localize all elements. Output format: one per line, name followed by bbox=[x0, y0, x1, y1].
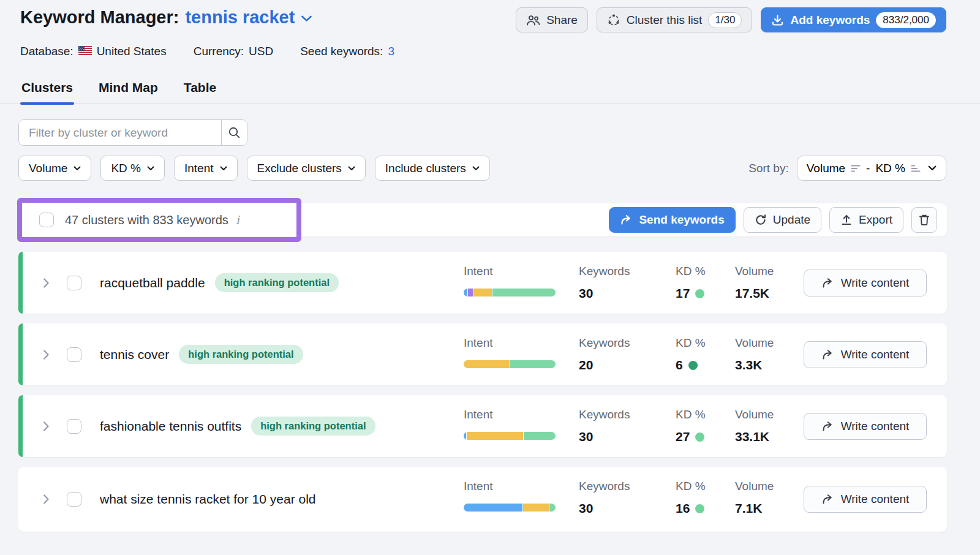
write-content-arrow-icon bbox=[821, 421, 834, 432]
tab-mind-map[interactable]: Mind Map bbox=[97, 75, 159, 104]
summary-bar: 47 clusters with 833 keywords i Send key… bbox=[18, 203, 947, 236]
kd-value: 17 bbox=[676, 286, 690, 301]
cluster-this-list-label: Cluster this list bbox=[627, 13, 703, 27]
intent-segment-transactional bbox=[492, 289, 556, 296]
write-content-button[interactable]: Write content bbox=[804, 341, 927, 368]
add-keywords-button[interactable]: Add keywords 833/2,000 bbox=[761, 7, 946, 32]
filter-dropdowns-row: Volume KD % Intent Exclude clusters Incl… bbox=[18, 156, 980, 181]
cluster-checkbox[interactable] bbox=[67, 347, 81, 362]
high-ranking-potential-badge: high ranking potential bbox=[215, 273, 339, 292]
expand-chevron-right-icon[interactable] bbox=[43, 278, 50, 289]
share-button-label: Share bbox=[546, 13, 578, 27]
us-flag-icon bbox=[78, 45, 92, 58]
kd-column-label: KD % bbox=[676, 336, 706, 350]
cluster-checkbox[interactable] bbox=[67, 492, 81, 507]
kd-column-label: KD % bbox=[676, 408, 706, 421]
chevron-down-icon[interactable] bbox=[301, 12, 312, 23]
cluster-name[interactable]: racquetball paddle bbox=[100, 276, 205, 290]
update-label: Update bbox=[773, 213, 810, 227]
page-title-prefix: Keyword Manager: bbox=[20, 7, 179, 28]
kd-difficulty-dot bbox=[695, 504, 704, 513]
send-arrow-icon bbox=[620, 214, 633, 225]
intent-segment-transactional bbox=[524, 432, 556, 440]
intent-segment-commercial bbox=[474, 289, 492, 296]
sort-ascending-icon bbox=[911, 164, 921, 173]
volume-column-label: Volume bbox=[735, 265, 774, 278]
database-label: Database: bbox=[20, 45, 74, 58]
write-content-button[interactable]: Write content bbox=[804, 270, 927, 296]
write-content-button[interactable]: Write content bbox=[804, 486, 927, 513]
filter-kd-dropdown[interactable]: KD % bbox=[100, 156, 165, 181]
cluster-this-list-button[interactable]: Cluster this list 1/30 bbox=[597, 7, 753, 32]
cluster-name[interactable]: what size tennis racket for 10 year old bbox=[100, 492, 316, 507]
write-content-arrow-icon bbox=[821, 278, 834, 289]
kd-difficulty-dot bbox=[695, 289, 704, 298]
expand-chevron-right-icon[interactable] bbox=[43, 421, 50, 432]
keywords-count: 30 bbox=[579, 501, 630, 516]
currency-label: Currency: bbox=[194, 45, 244, 58]
seed-keywords-label: Seed keywords: bbox=[300, 45, 383, 58]
intent-column-label: Intent bbox=[464, 265, 556, 278]
write-content-button[interactable]: Write content bbox=[804, 413, 927, 440]
cluster-row: fashionable tennis outfits high ranking … bbox=[18, 395, 947, 457]
tab-table[interactable]: Table bbox=[183, 75, 217, 104]
cluster-checkbox[interactable] bbox=[67, 276, 81, 290]
keyword-manager-page: Keyword Manager: tennis racket Share Clu… bbox=[0, 0, 980, 555]
chevron-down-icon bbox=[928, 165, 937, 171]
clusters-panel: Volume KD % Intent Exclude clusters Incl… bbox=[0, 119, 980, 532]
intent-segment-informational bbox=[464, 432, 466, 440]
intent-segment-informational bbox=[464, 289, 467, 296]
volume-column-label: Volume bbox=[735, 480, 774, 493]
write-content-arrow-icon bbox=[821, 494, 834, 505]
tab-clusters[interactable]: Clusters bbox=[20, 75, 74, 104]
sort-secondary-value: KD % bbox=[875, 162, 905, 175]
currency-value: USD bbox=[249, 45, 273, 58]
keywords-column-label: Keywords bbox=[579, 265, 630, 278]
cluster-checkbox[interactable] bbox=[67, 419, 81, 434]
expand-chevron-right-icon[interactable] bbox=[43, 494, 50, 505]
clusters-summary-text: 47 clusters with 833 keywords bbox=[65, 213, 228, 227]
chevron-down-icon bbox=[348, 166, 355, 171]
sort-descending-icon bbox=[851, 164, 861, 173]
sort-primary-value: Volume bbox=[807, 162, 845, 175]
volume-value: 7.1K bbox=[735, 501, 774, 516]
refresh-icon bbox=[755, 214, 767, 226]
update-button[interactable]: Update bbox=[744, 207, 821, 233]
filter-volume-dropdown[interactable]: Volume bbox=[18, 156, 91, 181]
currency-info: Currency: USD bbox=[194, 45, 273, 58]
filter-include-clusters-dropdown[interactable]: Include clusters bbox=[375, 156, 490, 181]
cluster-count-badge: 1/30 bbox=[708, 12, 742, 28]
share-button[interactable]: Share bbox=[516, 7, 588, 32]
filter-exclude-clusters-label: Exclude clusters bbox=[257, 162, 342, 175]
cluster-row: tennis cover high ranking potential Inte… bbox=[18, 323, 947, 385]
expand-chevron-right-icon[interactable] bbox=[43, 349, 50, 360]
send-keywords-label: Send keywords bbox=[639, 213, 724, 227]
export-button[interactable]: Export bbox=[829, 207, 903, 233]
chevron-down-icon bbox=[472, 166, 480, 171]
cluster-name[interactable]: fashionable tennis outfits bbox=[100, 419, 241, 434]
cluster-name[interactable]: tennis cover bbox=[100, 347, 169, 362]
download-icon bbox=[771, 14, 784, 26]
intent-segment-transactional bbox=[510, 360, 556, 368]
filter-intent-label: Intent bbox=[184, 162, 214, 175]
send-keywords-button[interactable]: Send keywords bbox=[609, 207, 735, 233]
keywords-column-label: Keywords bbox=[579, 480, 630, 493]
info-icon[interactable]: i bbox=[236, 213, 239, 227]
intent-segment-navigational bbox=[468, 289, 473, 296]
select-all-checkbox[interactable] bbox=[39, 213, 54, 227]
sort-dropdown[interactable]: Volume - KD % bbox=[797, 156, 946, 181]
search-button[interactable] bbox=[221, 120, 247, 145]
page-title-keyword[interactable]: tennis racket bbox=[185, 7, 295, 28]
keywords-column-label: Keywords bbox=[579, 408, 630, 421]
delete-button[interactable] bbox=[911, 207, 937, 233]
intent-column-label: Intent bbox=[464, 408, 556, 421]
keywords-count: 20 bbox=[579, 358, 630, 372]
kd-value: 27 bbox=[676, 429, 690, 444]
filter-intent-dropdown[interactable]: Intent bbox=[174, 156, 238, 181]
filter-exclude-clusters-dropdown[interactable]: Exclude clusters bbox=[247, 156, 366, 181]
write-content-arrow-icon bbox=[821, 349, 834, 360]
database-value: United States bbox=[97, 45, 167, 58]
filter-input[interactable] bbox=[19, 120, 221, 145]
seed-keywords-value[interactable]: 3 bbox=[388, 45, 394, 58]
filter-kd-label: KD % bbox=[111, 162, 141, 175]
